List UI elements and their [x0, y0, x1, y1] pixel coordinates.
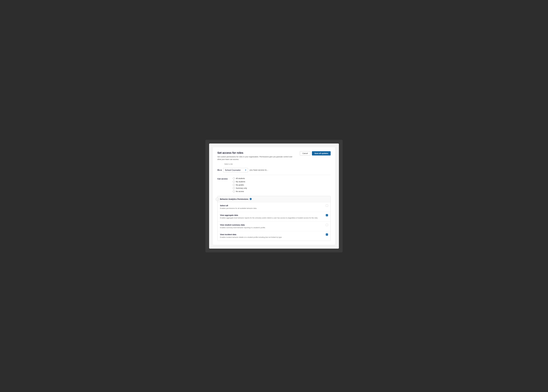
divider-1: [217, 175, 331, 175]
permissions-header: Behavior Analytics Permissions i: [217, 196, 331, 202]
checkbox-summary[interactable]: [326, 224, 328, 226]
permission-info-incident: View incident data Enables incident beha…: [220, 233, 326, 238]
radio-item-no-access[interactable]: No access: [233, 190, 247, 192]
page-title: Set access for roles: [217, 151, 295, 154]
can-access-label: Can access: [217, 177, 230, 180]
collapse-button[interactable]: −: [216, 198, 219, 201]
radio-label-all-students: All students: [236, 177, 245, 179]
checkbox-aggregate[interactable]: [326, 214, 328, 216]
can-access-section: Can access All students My students M: [217, 177, 331, 192]
radio-label-no-access: No access: [236, 190, 244, 192]
role-select-wrapper: School Counselor Teacher Administrator P…: [223, 168, 248, 172]
radio-no-access[interactable]: [233, 190, 235, 192]
permission-name-aggregate: View aggregate data: [220, 214, 323, 216]
radio-item-my-students[interactable]: My students: [233, 181, 247, 183]
permission-desc-summary: Enables summary level behavior reporting…: [220, 226, 323, 229]
permission-desc-aggregate: Enables aggregate level behavior reports…: [220, 217, 323, 219]
radio-summary-only[interactable]: [233, 187, 235, 189]
radio-label-my-students: My students: [236, 181, 245, 183]
permission-info-aggregate: View aggregate data Enables aggregate le…: [220, 214, 326, 219]
permission-desc-select-all: Enables permissions for all available be…: [220, 207, 323, 210]
page-description: Set custom permissions for roles in your…: [217, 155, 295, 161]
checkbox-wrapper-aggregate: [326, 214, 328, 216]
info-icon[interactable]: i: [250, 198, 252, 200]
permission-info-select-all: Select all Enables permissions for all a…: [220, 204, 326, 210]
permissions-title: Behavior Analytics Permissions: [220, 198, 249, 200]
permission-name-select-all: Select all: [220, 204, 323, 207]
checkbox-wrapper-summary: [326, 224, 328, 226]
permission-row-aggregate: View aggregate data Enables aggregate le…: [217, 212, 331, 222]
permission-row-summary: View student summary data Enables summar…: [217, 222, 331, 231]
radio-my-grades[interactable]: [233, 184, 235, 186]
can-access-row: Can access All students My students M: [217, 177, 331, 192]
radio-item-my-grades[interactable]: My grades: [233, 184, 247, 186]
radio-my-students[interactable]: [233, 181, 235, 183]
cancel-button[interactable]: Cancel: [300, 151, 311, 155]
header-buttons: Cancel Save all updates: [300, 151, 331, 155]
you-have-access-text: you have access to...: [249, 169, 268, 171]
role-select[interactable]: School Counselor Teacher Administrator P…: [223, 168, 248, 172]
role-selector-label: Select a role: [224, 163, 331, 165]
permission-row-select-all: Select all Enables permissions for all a…: [217, 202, 331, 212]
permission-name-incident: View incident data: [220, 233, 323, 236]
role-selector-row: As a School Counselor Teacher Administra…: [217, 168, 331, 172]
main-card: Set access for roles Set custom permissi…: [213, 147, 335, 245]
header-text: Set access for roles Set custom permissi…: [217, 151, 295, 161]
checkbox-select-all[interactable]: [326, 204, 328, 207]
radio-item-all-students[interactable]: All students: [233, 177, 247, 179]
permission-row-incident: View incident data Enables incident beha…: [217, 231, 331, 241]
checkbox-wrapper-select-all: [326, 204, 328, 207]
checkbox-wrapper-incident: [326, 233, 328, 236]
radio-item-summary-only[interactable]: Summary only: [233, 187, 247, 189]
checkbox-incident[interactable]: [326, 233, 328, 236]
radio-list: All students My students My grades: [233, 177, 247, 192]
card-header: Set access for roles Set custom permissi…: [217, 151, 331, 161]
radio-all-students[interactable]: [233, 177, 235, 179]
permission-desc-incident: Enables incident behavior details on a s…: [220, 236, 323, 238]
permission-name-summary: View student summary data: [220, 224, 323, 226]
radio-label-summary-only: Summary only: [236, 187, 247, 189]
save-button[interactable]: Save all updates: [312, 151, 331, 155]
as-a-label: As a: [217, 169, 222, 171]
permission-info-summary: View student summary data Enables summar…: [220, 224, 326, 229]
radio-label-my-grades: My grades: [236, 184, 244, 186]
permissions-section: − Behavior Analytics Permissions i Selec…: [217, 196, 331, 241]
outer-frame: Set access for roles Set custom permissi…: [205, 140, 343, 252]
inner-background: Set access for roles Set custom permissi…: [209, 144, 339, 249]
